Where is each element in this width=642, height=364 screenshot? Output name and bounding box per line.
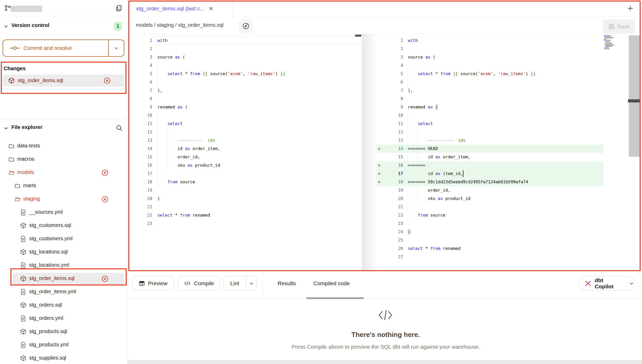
- line-number: 20: [387, 194, 403, 203]
- lint-dropdown-toggle[interactable]: [246, 276, 257, 290]
- chevron-down-icon[interactable]: [3, 125, 9, 131]
- minimap-line: [605, 46, 612, 47]
- line-number: 7: [387, 86, 403, 95]
- code-line: select * from renamed: [157, 211, 210, 219]
- line-number: 14: [387, 145, 403, 153]
- dbt-copilot-button[interactable]: dbt Copilot: [579, 276, 634, 290]
- indent-guide: [408, 61, 408, 70]
- line-number: 24: [387, 228, 403, 236]
- file-tree-item[interactable]: stg_products.sql: [0, 326, 128, 338]
- code-line: ),: [157, 86, 162, 95]
- line-number: 6: [137, 78, 152, 86]
- line-number: 17: [137, 170, 152, 178]
- search-icon[interactable]: [116, 124, 123, 132]
- file-tree-item[interactable]: stg_order_items.sql: [0, 273, 128, 285]
- preview-button[interactable]: Preview: [132, 276, 174, 290]
- line-number: 19: [137, 186, 152, 194]
- close-icon[interactable]: [208, 6, 214, 11]
- minimap-line: [604, 35, 611, 36]
- code-line: order_id,: [408, 186, 450, 194]
- file-icon: [20, 209, 26, 216]
- changed-file-row[interactable]: stg_order_items.sql: [3, 75, 124, 87]
- bottom-bar-divider: [263, 272, 263, 298]
- file-tree-label: stg_customers.sql: [29, 222, 71, 228]
- chevron-down-icon[interactable]: [3, 23, 9, 29]
- indent-guide: [408, 111, 408, 120]
- diff-plus-marker: +: [378, 145, 380, 153]
- tab-stg-order-items[interactable]: stg_order_items.sql (last c...: [129, 0, 233, 17]
- indent-guide: [157, 170, 158, 178]
- breadcrumb: models / staging / stg_order_items.sql: [136, 22, 224, 28]
- minimap[interactable]: [604, 35, 622, 50]
- code-line: sku as product_id: [157, 161, 220, 170]
- code-line: id as item_id,: [408, 170, 463, 178]
- discard-change-icon[interactable]: [101, 169, 109, 176]
- line-number: 19: [387, 186, 403, 194]
- code-line: ---------- ids: [157, 136, 215, 145]
- file-tree-item[interactable]: stg_customers.sql: [0, 220, 128, 232]
- tab-compiled-code[interactable]: Compiled code: [313, 276, 350, 290]
- line-number: 11: [387, 120, 403, 128]
- file-tree-item[interactable]: __sources.yml: [0, 206, 128, 219]
- right-pane-scrollbar-thumb[interactable]: [628, 99, 640, 102]
- indent-guide: [408, 128, 408, 136]
- discard-change-icon[interactable]: [101, 275, 109, 282]
- file-tree-item[interactable]: data-tests: [0, 140, 128, 152]
- discard-change-icon[interactable]: [101, 196, 109, 203]
- tab-results[interactable]: Results: [278, 276, 296, 290]
- right-pane-scrollbar-track: [629, 35, 640, 157]
- copy-icon[interactable]: [115, 4, 123, 12]
- file-explorer-title[interactable]: File explorer: [11, 124, 42, 130]
- version-control-title[interactable]: Version control: [11, 22, 49, 28]
- current-line-highlight: [155, 36, 361, 45]
- file-tree-item[interactable]: stg_locations.yml: [0, 259, 128, 272]
- file-tree-item[interactable]: stg_locations.sql: [0, 246, 128, 258]
- file-tree-item[interactable]: stg_customers.yml: [0, 233, 128, 245]
- file-tree-label: stg_orders.sql: [29, 302, 62, 308]
- new-tab-icon[interactable]: [627, 5, 634, 12]
- file-tree-label: stg_supplies.sql: [29, 355, 66, 361]
- save-label: Save: [617, 23, 630, 30]
- line-number: 15: [137, 153, 152, 161]
- lint-button[interactable]: Lint: [224, 276, 257, 290]
- file-tree-item[interactable]: stg_supplies.sql: [0, 352, 128, 364]
- file-tree-item[interactable]: stg_products.yml: [0, 339, 128, 351]
- file-navigate-button[interactable]: [239, 19, 253, 33]
- cube-icon: [20, 276, 26, 282]
- left-pane-scrollbar-thumb[interactable]: [355, 35, 361, 37]
- file-icon: [20, 342, 26, 348]
- indent-guide: [168, 128, 168, 136]
- file-tree-label: stg_locations.yml: [29, 262, 69, 268]
- commit-dropdown-toggle[interactable]: [108, 40, 124, 56]
- changed-file-label: stg_order_items.sql: [18, 77, 63, 83]
- file-tree-item[interactable]: staging: [0, 193, 128, 205]
- line-number: 11: [137, 120, 152, 128]
- line-number: 16: [387, 161, 403, 170]
- file-tree-item[interactable]: models: [0, 167, 128, 179]
- empty-state-title: There's nothing here.: [282, 331, 490, 339]
- line-number: 16: [137, 161, 152, 170]
- discard-change-icon[interactable]: [104, 77, 111, 84]
- code-line: ---------- ids: [408, 136, 466, 145]
- line-number: 10: [387, 111, 403, 120]
- line-number: 2: [137, 45, 152, 53]
- line-number: 3: [137, 53, 152, 61]
- file-tree-item[interactable]: stg_orders.sql: [0, 299, 128, 311]
- bottom-scrollbar[interactable]: [128, 360, 642, 364]
- file-tree-item[interactable]: stg_order_items.yml: [0, 286, 128, 298]
- line-number: 23: [387, 219, 403, 228]
- file-tree-item[interactable]: macros: [0, 153, 128, 166]
- compile-button[interactable]: Compile: [178, 276, 220, 290]
- commit-and-resolve-button[interactable]: Commit and resolve: [3, 40, 124, 57]
- file-tree-label: macros: [17, 156, 34, 162]
- cube-icon: [20, 329, 26, 335]
- indent-guide: [157, 61, 158, 70]
- commit-icon: [10, 45, 20, 51]
- file-tree-label: staging: [23, 196, 40, 202]
- line-number: 17: [387, 170, 403, 178]
- file-tree-item[interactable]: stg_orders.yml: [0, 313, 128, 325]
- file-tree-item[interactable]: marts: [0, 180, 128, 192]
- code-line: <<<<<<< HEAD: [408, 145, 438, 153]
- save-button[interactable]: Save: [603, 20, 635, 33]
- code-line: renamed as (: [408, 103, 438, 111]
